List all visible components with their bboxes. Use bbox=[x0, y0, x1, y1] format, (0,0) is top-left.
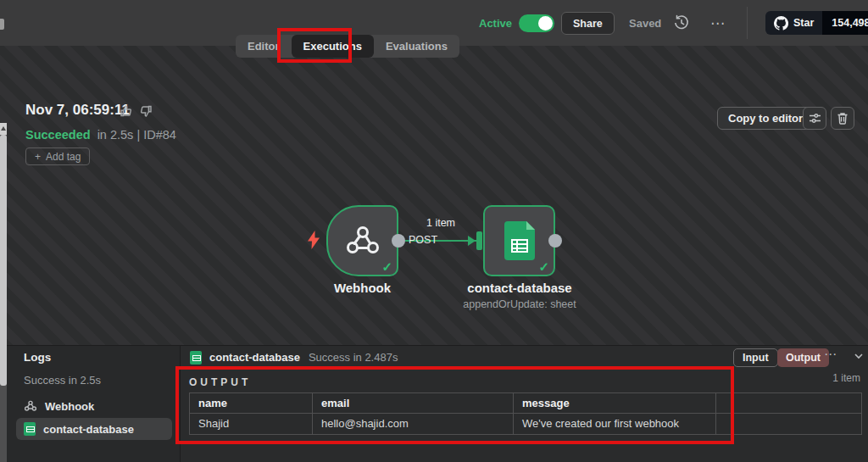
trigger-bolt-icon bbox=[306, 231, 321, 249]
table-header-email: email bbox=[313, 393, 514, 414]
output-table[interactable]: name email message Shajid hello@shajid.c… bbox=[189, 392, 862, 435]
github-star-badge[interactable]: Star 154,498 bbox=[765, 11, 868, 35]
execution-settings-icon[interactable] bbox=[803, 107, 826, 130]
execution-timestamp: Nov 7, 06:59:11 bbox=[25, 102, 130, 119]
log-item-label: Webhook bbox=[45, 400, 94, 413]
table-header-name: name bbox=[190, 393, 313, 414]
google-sheets-mini-icon bbox=[24, 422, 36, 436]
sheets-node-subtitle: appendOrUpdate: sheet bbox=[447, 298, 593, 310]
scrollbar-thumb[interactable] bbox=[0, 135, 7, 386]
add-tag-label: Add tag bbox=[46, 151, 81, 163]
sheets-input-port bbox=[476, 231, 482, 250]
table-header-empty bbox=[716, 393, 861, 414]
edge-items-label: 1 item bbox=[405, 217, 476, 229]
table-cell-name: Shajid bbox=[190, 414, 313, 434]
active-toggle[interactable] bbox=[519, 14, 554, 32]
success-check-icon: ✓ bbox=[381, 259, 392, 275]
active-toggle-group: Active bbox=[479, 0, 554, 46]
output-node-status: Success in 2.487s bbox=[309, 351, 398, 364]
tab-evaluations[interactable]: Evaluations bbox=[374, 35, 459, 58]
more-options-icon[interactable]: ⋯ bbox=[710, 0, 731, 46]
logs-status: Success in 2.5s bbox=[24, 374, 101, 387]
thumbs-down-icon[interactable] bbox=[139, 104, 153, 118]
left-scrollbar[interactable] bbox=[0, 123, 7, 462]
logs-panel: Logs Success in 2.5s Webhook contact-dat… bbox=[0, 346, 181, 462]
view-tabs: Editor Executions Evaluations bbox=[236, 35, 459, 58]
execution-details: in 2.5s | ID#84 bbox=[94, 128, 176, 142]
history-icon[interactable] bbox=[673, 0, 695, 46]
execution-status: Succeeded bbox=[25, 128, 91, 142]
webhook-method-label: POST bbox=[409, 234, 437, 246]
output-tab-button[interactable]: Output bbox=[777, 348, 829, 367]
share-button[interactable]: Share bbox=[561, 12, 615, 35]
github-star-label: Star bbox=[793, 17, 814, 29]
github-star-count: 154,498 bbox=[822, 11, 868, 35]
table-header-message: message bbox=[514, 393, 716, 414]
sidebar-logo-fragment bbox=[0, 19, 4, 30]
thumbs-up-icon[interactable] bbox=[120, 104, 133, 118]
webhook-output-port[interactable] bbox=[392, 234, 405, 248]
scrollbar-up-arrow[interactable] bbox=[0, 123, 7, 135]
add-tag-button[interactable]: + Add tag bbox=[25, 148, 90, 165]
output-item-count: 1 item bbox=[832, 372, 860, 384]
bottom-panel: Logs Success in 2.5s Webhook contact-dat… bbox=[0, 345, 868, 462]
table-cell-message: We've created our first webhook bbox=[514, 414, 716, 434]
google-sheets-mini-icon bbox=[190, 351, 202, 365]
webhook-node[interactable]: ✓ bbox=[326, 205, 398, 276]
saved-status: Saved bbox=[629, 0, 661, 46]
log-item-label: contact-database bbox=[43, 423, 134, 436]
success-check-icon: ✓ bbox=[538, 259, 549, 275]
trash-icon[interactable] bbox=[831, 107, 854, 130]
log-item-contact-database[interactable]: contact-database bbox=[16, 418, 172, 440]
connection-arrowhead bbox=[468, 236, 476, 246]
share-label: Share bbox=[573, 18, 603, 30]
github-icon bbox=[774, 16, 788, 31]
chevron-down-icon[interactable] bbox=[854, 351, 864, 361]
topbar-divider bbox=[747, 7, 748, 39]
output-section-label: OUTPUT bbox=[189, 376, 251, 388]
webhook-node-name: Webhook bbox=[301, 281, 424, 295]
plus-icon: + bbox=[35, 151, 41, 163]
table-cell-empty bbox=[716, 414, 861, 434]
github-star-button[interactable]: Star bbox=[765, 11, 822, 35]
output-panel: contact-database Success in 2.487s Input… bbox=[181, 346, 868, 462]
active-label: Active bbox=[479, 17, 512, 30]
copy-to-editor-button[interactable]: Copy to editor bbox=[717, 107, 814, 130]
output-node-name: contact-database bbox=[209, 351, 300, 364]
tab-executions[interactable]: Executions bbox=[292, 35, 374, 58]
input-tab-button[interactable]: Input bbox=[733, 348, 778, 367]
output-more-options-icon[interactable]: ⋯ bbox=[824, 347, 837, 362]
webhook-mini-icon bbox=[24, 399, 37, 413]
tab-editor[interactable]: Editor bbox=[236, 35, 292, 58]
execution-status-line: Succeeded in 2.5s | ID#84 bbox=[25, 128, 176, 142]
google-sheets-node[interactable]: ✓ bbox=[483, 205, 555, 276]
sheets-node-name: contact-database bbox=[447, 281, 593, 295]
table-cell-email: hello@shajid.com bbox=[313, 414, 514, 434]
logs-title: Logs bbox=[24, 351, 51, 364]
sheets-output-port[interactable] bbox=[548, 234, 562, 248]
workflow-canvas[interactable]: Nov 7, 06:59:11 Succeeded in 2.5s | ID#8… bbox=[0, 46, 868, 345]
log-item-webhook[interactable]: Webhook bbox=[16, 395, 172, 417]
